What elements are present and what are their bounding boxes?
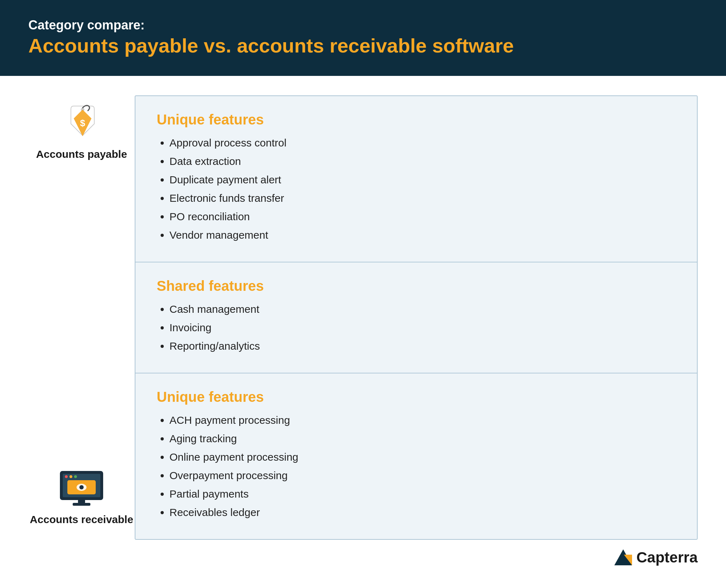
ap-icon: $ bbox=[61, 102, 102, 143]
ar-unique-section: Unique features ACH payment processing A… bbox=[135, 373, 697, 539]
svg-point-5 bbox=[65, 475, 68, 478]
list-item: Approval process control bbox=[169, 135, 676, 150]
ar-unique-title: Unique features bbox=[157, 389, 676, 405]
svg-text:$: $ bbox=[80, 118, 85, 128]
ap-unique-title: Unique features bbox=[157, 112, 676, 128]
header-subtitle: Category compare: bbox=[28, 17, 698, 34]
list-item: Duplicate payment alert bbox=[169, 172, 676, 187]
list-item: Data extraction bbox=[169, 154, 676, 169]
list-item: Reporting/analytics bbox=[169, 339, 676, 354]
list-item: ACH payment processing bbox=[169, 413, 676, 428]
capterra-brand-text: Capterra bbox=[636, 549, 698, 566]
svg-rect-11 bbox=[78, 500, 85, 503]
list-item: Vendor management bbox=[169, 228, 676, 243]
header-title: Accounts payable vs. accounts receivable… bbox=[28, 34, 698, 57]
list-item: Electronic funds transfer bbox=[169, 191, 676, 206]
ar-label: Accounts receivable bbox=[30, 514, 133, 526]
ar-unique-list: ACH payment processing Aging tracking On… bbox=[157, 413, 676, 520]
shared-list: Cash management Invoicing Reporting/anal… bbox=[157, 302, 676, 354]
capterra-logo: Capterra bbox=[613, 548, 698, 567]
list-item: Overpayment processing bbox=[169, 468, 676, 483]
header: Category compare: Accounts payable vs. a… bbox=[0, 0, 726, 76]
ar-icon bbox=[58, 470, 105, 509]
footer: Capterra bbox=[0, 540, 726, 575]
list-item: Partial payments bbox=[169, 487, 676, 501]
svg-rect-12 bbox=[73, 503, 90, 506]
left-column: $ Accounts payable bbox=[28, 95, 135, 540]
ap-unique-section: Unique features Approval process control… bbox=[135, 96, 697, 262]
ar-icon-area: Accounts receivable bbox=[28, 470, 135, 540]
capterra-icon bbox=[613, 548, 632, 567]
list-item: Invoicing bbox=[169, 320, 676, 335]
features-panel: Unique features Approval process control… bbox=[135, 95, 698, 540]
svg-point-6 bbox=[69, 475, 72, 478]
list-item: Aging tracking bbox=[169, 431, 676, 446]
list-item: Receivables ledger bbox=[169, 505, 676, 520]
list-item: Online payment processing bbox=[169, 450, 676, 465]
list-item: Cash management bbox=[169, 302, 676, 317]
shared-title: Shared features bbox=[157, 278, 676, 294]
svg-point-7 bbox=[74, 475, 77, 478]
ap-label: Accounts payable bbox=[36, 148, 127, 160]
list-item: PO reconciliation bbox=[169, 209, 676, 224]
ap-unique-list: Approval process control Data extraction… bbox=[157, 135, 676, 243]
svg-point-10 bbox=[79, 485, 84, 489]
shared-section: Shared features Cash management Invoicin… bbox=[135, 262, 697, 373]
ap-icon-area: $ Accounts payable bbox=[28, 95, 135, 160]
